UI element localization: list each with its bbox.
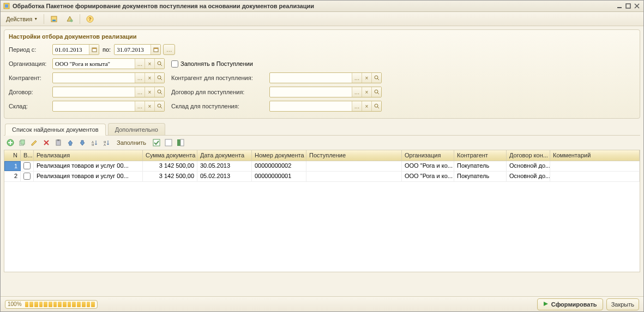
cell-real: Реализация товаров и услуг 00... bbox=[34, 172, 143, 181]
col-post[interactable]: Поступление bbox=[306, 150, 402, 161]
clear-icon[interactable]: × bbox=[362, 73, 371, 83]
tab-found-docs[interactable]: Список найденных документов bbox=[5, 124, 106, 136]
col-n[interactable]: N bbox=[4, 150, 21, 161]
select-icon[interactable]: … bbox=[135, 101, 145, 111]
lookup-icon[interactable] bbox=[371, 87, 381, 97]
clear-icon[interactable]: × bbox=[362, 101, 371, 111]
actions-menu[interactable]: Действия ▼ bbox=[3, 14, 41, 25]
col-date[interactable]: Дата документа bbox=[197, 150, 252, 161]
select-icon[interactable]: … bbox=[352, 73, 362, 83]
lookup-icon[interactable] bbox=[371, 101, 381, 111]
sklad-field[interactable]: … × bbox=[52, 101, 165, 112]
delete-row-icon[interactable] bbox=[41, 137, 52, 148]
col-sum[interactable]: Сумма документа bbox=[143, 150, 197, 161]
sort-asc-icon[interactable]: AЯ bbox=[89, 137, 100, 148]
svg-rect-43 bbox=[165, 139, 172, 146]
paste-icon[interactable] bbox=[53, 137, 64, 148]
progress-bar: 100% bbox=[5, 300, 98, 309]
sklad-post-label: Склад для поступления: bbox=[171, 103, 269, 109]
lookup-icon[interactable] bbox=[154, 101, 164, 111]
toolbar-icon-2[interactable] bbox=[63, 14, 77, 25]
period-from-field[interactable] bbox=[52, 44, 99, 55]
svg-rect-42 bbox=[153, 139, 160, 146]
col-docnum[interactable]: Номер документа bbox=[252, 150, 306, 161]
clear-icon[interactable]: × bbox=[145, 101, 154, 111]
svg-rect-33 bbox=[21, 140, 25, 144]
col-real[interactable]: Реализация bbox=[34, 150, 143, 161]
tabs: Список найденных документов Дополнительн… bbox=[4, 123, 640, 136]
select-icon[interactable]: … bbox=[352, 87, 362, 97]
edit-row-icon[interactable] bbox=[29, 137, 40, 148]
invert-check-icon[interactable] bbox=[175, 137, 186, 148]
add-row-icon[interactable] bbox=[5, 137, 16, 148]
sklad-input[interactable] bbox=[53, 101, 135, 111]
sort-desc-icon[interactable]: ЯA bbox=[101, 137, 112, 148]
period-from-input[interactable] bbox=[53, 45, 89, 54]
svg-line-22 bbox=[160, 93, 162, 94]
period-select-button[interactable]: … bbox=[163, 44, 175, 55]
kontragent-input[interactable] bbox=[53, 73, 135, 83]
dogovor-input[interactable] bbox=[53, 87, 135, 97]
sklad-post-field[interactable]: … × bbox=[269, 101, 382, 112]
lookup-icon[interactable] bbox=[371, 73, 381, 83]
toolbar-icon-1[interactable] bbox=[47, 14, 61, 25]
cell-org: ООО "Рога и ко... bbox=[402, 161, 454, 171]
maximize-button[interactable] bbox=[624, 2, 633, 10]
generate-button[interactable]: Сформировать bbox=[537, 298, 603, 310]
dogovor-post-field[interactable]: … × bbox=[269, 87, 382, 97]
move-down-icon[interactable] bbox=[77, 137, 88, 148]
copy-row-icon[interactable] bbox=[17, 137, 28, 148]
clear-icon[interactable]: × bbox=[362, 87, 371, 97]
grid-toolbar: AЯ ЯA Заполнить bbox=[4, 136, 640, 150]
close-button[interactable] bbox=[633, 2, 641, 10]
minimize-button[interactable] bbox=[615, 2, 624, 10]
table-row[interactable]: 1Реализация товаров и услуг 00...3 142 5… bbox=[4, 161, 640, 172]
move-up-icon[interactable] bbox=[65, 137, 76, 148]
kontragent-post-input[interactable] bbox=[270, 73, 352, 83]
lookup-icon[interactable] bbox=[154, 87, 164, 97]
calendar-icon[interactable] bbox=[151, 45, 160, 54]
kontragent-field[interactable]: … × bbox=[52, 72, 165, 83]
col-v[interactable]: В... bbox=[21, 150, 34, 161]
row-checkbox[interactable] bbox=[23, 173, 31, 180]
cell-check[interactable] bbox=[21, 161, 34, 171]
kontragent-post-field[interactable]: … × bbox=[269, 72, 382, 83]
svg-line-18 bbox=[160, 78, 162, 80]
select-icon[interactable]: … bbox=[135, 59, 145, 69]
table-row[interactable]: 2Реализация товаров и услуг 00...3 142 5… bbox=[4, 172, 640, 182]
cell-n: 1 bbox=[4, 161, 21, 171]
select-icon[interactable]: … bbox=[135, 73, 145, 83]
select-icon[interactable]: … bbox=[352, 101, 362, 111]
row-checkbox[interactable] bbox=[23, 162, 31, 169]
close-form-button[interactable]: Закрыть bbox=[606, 298, 639, 310]
svg-line-16 bbox=[160, 64, 162, 66]
org-input[interactable] bbox=[53, 59, 135, 69]
cell-sum: 3 142 500,00 bbox=[143, 161, 197, 171]
grid-body[interactable]: 1Реализация товаров и услуг 00...3 142 5… bbox=[4, 161, 640, 272]
help-button[interactable]: ? bbox=[83, 14, 97, 25]
org-field[interactable]: … × bbox=[52, 58, 165, 69]
clear-icon[interactable]: × bbox=[145, 87, 154, 97]
calendar-icon[interactable] bbox=[89, 45, 99, 54]
dogovor-post-input[interactable] bbox=[270, 87, 352, 97]
clear-icon[interactable]: × bbox=[145, 59, 154, 69]
kontragent-post-label: Контрагент для поступления: bbox=[171, 75, 269, 81]
lookup-icon[interactable] bbox=[154, 59, 164, 69]
fill-button[interactable]: Заполнить bbox=[113, 137, 150, 148]
col-org[interactable]: Организация bbox=[402, 150, 454, 161]
fill-in-receipt-checkbox[interactable] bbox=[171, 60, 178, 68]
select-icon[interactable]: … bbox=[135, 87, 145, 97]
period-to-input[interactable] bbox=[115, 45, 151, 54]
col-dog[interactable]: Договор кон... bbox=[507, 150, 550, 161]
clear-icon[interactable]: × bbox=[145, 73, 154, 83]
cell-check[interactable] bbox=[21, 172, 34, 181]
sklad-post-input[interactable] bbox=[270, 101, 352, 111]
col-com[interactable]: Комментарий bbox=[550, 150, 640, 161]
tab-extra[interactable]: Дополнительно bbox=[108, 123, 165, 135]
uncheck-all-icon[interactable] bbox=[163, 137, 174, 148]
period-to-field[interactable] bbox=[114, 44, 161, 55]
dogovor-field[interactable]: … × bbox=[52, 87, 165, 97]
lookup-icon[interactable] bbox=[154, 73, 164, 83]
col-kont[interactable]: Контрагент bbox=[454, 150, 507, 161]
check-all-icon[interactable] bbox=[151, 137, 162, 148]
